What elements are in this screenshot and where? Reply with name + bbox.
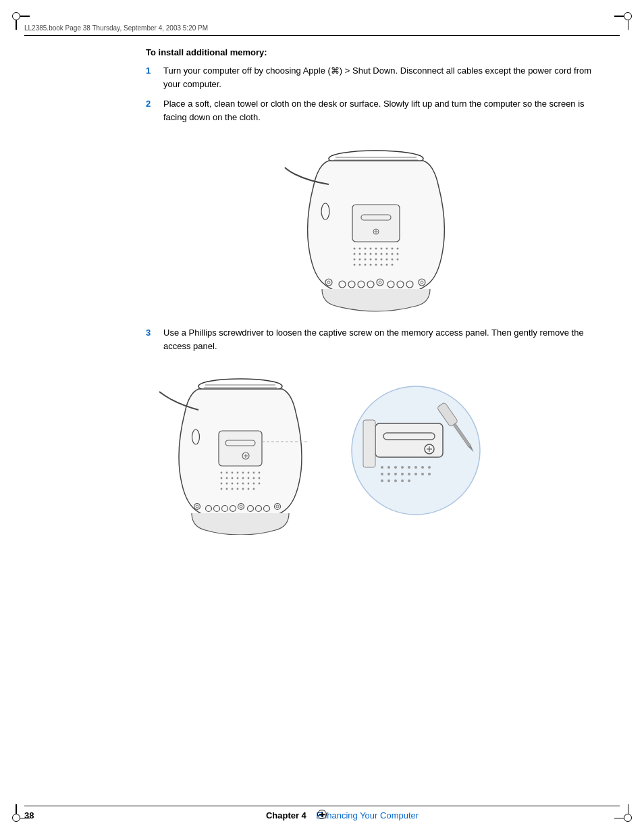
figure-1-imac — [268, 137, 484, 313]
svg-point-27 — [397, 253, 399, 255]
svg-point-135 — [408, 473, 410, 475]
figure-2-container — [146, 366, 606, 535]
svg-point-73 — [242, 472, 244, 474]
svg-point-123 — [381, 466, 383, 469]
corner-line-tl-v — [16, 20, 17, 30]
svg-point-38 — [359, 264, 361, 266]
svg-point-44 — [392, 264, 394, 266]
svg-point-13 — [370, 248, 372, 250]
svg-point-35 — [392, 259, 394, 261]
svg-point-126 — [401, 466, 404, 469]
svg-point-21 — [365, 253, 367, 255]
svg-point-80 — [237, 477, 239, 479]
svg-point-125 — [394, 466, 397, 469]
svg-point-42 — [381, 264, 383, 266]
corner-mark-tr — [624, 12, 632, 20]
svg-point-141 — [394, 479, 397, 482]
svg-point-84 — [259, 477, 261, 479]
header-bar: LL2385.book Page 38 Thursday, September … — [24, 24, 620, 32]
svg-point-39 — [365, 264, 367, 266]
footer-rule — [24, 806, 620, 806]
svg-point-142 — [401, 479, 404, 482]
corner-line-br-v — [628, 804, 629, 814]
svg-point-132 — [387, 473, 390, 475]
step-2: 2 Place a soft, clean towel or cloth on … — [146, 97, 606, 124]
svg-point-96 — [237, 488, 239, 490]
svg-point-29 — [359, 259, 361, 261]
svg-point-90 — [248, 483, 250, 485]
svg-point-14 — [375, 248, 377, 250]
step-2-number: 2 — [146, 97, 159, 124]
footer-chapter-text: Chapter 4 Enhancing Your Computer — [65, 810, 620, 820]
step-1-number: 1 — [146, 64, 159, 90]
svg-point-25 — [386, 253, 388, 255]
corner-mark-tl — [12, 12, 20, 20]
bottom-crosshair — [317, 810, 327, 819]
svg-point-16 — [386, 248, 388, 250]
page-number: 38 — [24, 810, 65, 820]
figure-1-container — [146, 137, 606, 313]
svg-point-134 — [401, 473, 404, 475]
svg-point-75 — [253, 472, 255, 474]
install-heading: To install additional memory: — [146, 47, 606, 57]
corner-line-tr-h — [614, 16, 624, 17]
corner-mark-br — [624, 814, 632, 822]
svg-point-72 — [237, 472, 239, 474]
svg-point-133 — [394, 473, 397, 475]
header-text: LL2385.book Page 38 Thursday, September … — [24, 24, 208, 32]
svg-point-22 — [370, 253, 372, 255]
svg-point-33 — [381, 259, 383, 261]
svg-point-11 — [359, 248, 361, 250]
svg-rect-63 — [219, 431, 262, 466]
svg-point-81 — [242, 477, 244, 479]
svg-point-128 — [414, 466, 417, 469]
svg-point-136 — [414, 473, 417, 475]
step-1-text: Turn your computer off by choosing Apple… — [163, 64, 606, 90]
step-3-number: 3 — [146, 326, 159, 353]
svg-point-30 — [365, 259, 367, 261]
chapter-title: Enhancing Your Computer — [316, 810, 419, 820]
svg-point-32 — [375, 259, 377, 261]
svg-point-37 — [354, 264, 356, 266]
figure-2-imac — [146, 366, 335, 535]
svg-point-23 — [375, 253, 377, 255]
svg-point-97 — [242, 488, 244, 490]
svg-rect-122 — [363, 420, 375, 467]
svg-point-137 — [421, 473, 424, 475]
svg-point-43 — [386, 264, 388, 266]
svg-point-98 — [248, 488, 250, 490]
svg-point-139 — [381, 479, 383, 482]
svg-point-85 — [221, 483, 223, 485]
svg-point-143 — [408, 479, 410, 482]
svg-point-124 — [387, 466, 390, 469]
corner-line-bl-v — [16, 804, 17, 814]
svg-point-71 — [232, 472, 234, 474]
svg-point-83 — [253, 477, 255, 479]
step-2-text: Place a soft, clean towel or cloth on th… — [163, 97, 606, 124]
svg-point-74 — [248, 472, 250, 474]
svg-point-36 — [397, 259, 399, 261]
svg-point-24 — [381, 253, 383, 255]
svg-point-31 — [370, 259, 372, 261]
svg-point-89 — [242, 483, 244, 485]
svg-rect-5 — [352, 205, 400, 242]
svg-point-10 — [354, 248, 356, 250]
svg-point-18 — [397, 248, 399, 250]
svg-point-40 — [370, 264, 372, 266]
svg-point-76 — [259, 472, 261, 474]
main-content: To install additional memory: 1 Turn you… — [24, 47, 620, 793]
svg-point-17 — [392, 248, 394, 250]
svg-point-94 — [226, 488, 228, 490]
svg-point-129 — [421, 466, 424, 469]
step-3-text: Use a Phillips screwdriver to loosen the… — [163, 326, 606, 353]
figure-2-callout — [348, 383, 483, 518]
svg-point-69 — [221, 472, 223, 474]
svg-point-34 — [386, 259, 388, 261]
svg-point-20 — [359, 253, 361, 255]
corner-line-tr-v — [628, 20, 629, 30]
svg-point-127 — [408, 466, 410, 469]
svg-point-140 — [387, 479, 390, 482]
svg-point-19 — [354, 253, 356, 255]
svg-point-91 — [253, 483, 255, 485]
svg-point-88 — [237, 483, 239, 485]
